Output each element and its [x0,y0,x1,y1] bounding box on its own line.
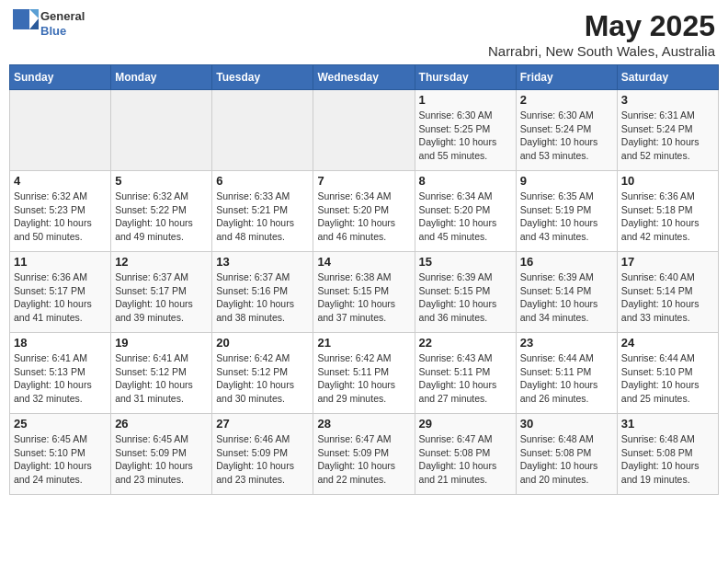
day-info: Sunrise: 6:39 AMSunset: 5:14 PMDaylight:… [520,270,613,325]
day-info: Sunrise: 6:46 AMSunset: 5:09 PMDaylight:… [216,432,309,487]
logo-line2: Blue [40,24,85,39]
calendar-cell: 11Sunrise: 6:36 AMSunset: 5:17 PMDayligh… [10,252,111,333]
calendar-cell: 28Sunrise: 6:47 AMSunset: 5:09 PMDayligh… [313,414,415,495]
weekday-header-sunday: Sunday [10,65,111,90]
day-number: 14 [317,255,410,269]
day-number: 19 [115,336,208,350]
day-number: 9 [520,174,613,188]
day-number: 18 [14,336,107,350]
day-info: Sunrise: 6:35 AMSunset: 5:19 PMDaylight:… [520,190,613,244]
day-info: Sunrise: 6:48 AMSunset: 5:08 PMDaylight:… [520,432,613,487]
day-number: 16 [520,255,613,269]
calendar-cell: 26Sunrise: 6:45 AMSunset: 5:09 PMDayligh… [111,414,212,495]
day-info: Sunrise: 6:45 AMSunset: 5:09 PMDaylight:… [115,432,208,487]
day-number: 7 [317,174,410,188]
calendar-cell: 13Sunrise: 6:37 AMSunset: 5:16 PMDayligh… [212,252,313,333]
calendar-cell: 6Sunrise: 6:33 AMSunset: 5:21 PMDaylight… [212,171,313,252]
day-info: Sunrise: 6:48 AMSunset: 5:08 PMDaylight:… [621,432,714,487]
calendar-subtitle: Narrabri, New South Wales, Australia [488,43,715,59]
day-info: Sunrise: 6:45 AMSunset: 5:10 PMDaylight:… [14,432,107,487]
calendar-cell: 4Sunrise: 6:32 AMSunset: 5:23 PMDaylight… [10,171,111,252]
day-number: 28 [317,417,410,431]
calendar-cell [212,90,313,171]
calendar-cell: 22Sunrise: 6:43 AMSunset: 5:11 PMDayligh… [415,333,516,414]
calendar-cell: 27Sunrise: 6:46 AMSunset: 5:09 PMDayligh… [212,414,313,495]
week-row-2: 4Sunrise: 6:32 AMSunset: 5:23 PMDaylight… [10,171,719,252]
logo-line1: General [40,9,85,24]
day-info: Sunrise: 6:32 AMSunset: 5:23 PMDaylight:… [14,190,107,244]
calendar-cell [111,90,212,171]
calendar-cell: 31Sunrise: 6:48 AMSunset: 5:08 PMDayligh… [617,414,718,495]
day-info: Sunrise: 6:44 AMSunset: 5:11 PMDaylight:… [520,351,613,406]
day-info: Sunrise: 6:47 AMSunset: 5:09 PMDaylight:… [317,432,410,487]
week-row-1: 1Sunrise: 6:30 AMSunset: 5:25 PMDaylight… [10,90,719,171]
calendar-cell: 2Sunrise: 6:30 AMSunset: 5:24 PMDaylight… [516,90,617,171]
day-number: 27 [216,417,309,431]
calendar-cell: 10Sunrise: 6:36 AMSunset: 5:18 PMDayligh… [617,171,718,252]
calendar-cell: 30Sunrise: 6:48 AMSunset: 5:08 PMDayligh… [516,414,617,495]
day-info: Sunrise: 6:34 AMSunset: 5:20 PMDaylight:… [419,190,512,244]
calendar-cell: 14Sunrise: 6:38 AMSunset: 5:15 PMDayligh… [313,252,415,333]
day-number: 4 [14,174,107,188]
day-number: 5 [115,174,208,188]
calendar-cell: 21Sunrise: 6:42 AMSunset: 5:11 PMDayligh… [313,333,415,414]
weekday-header-thursday: Thursday [415,65,516,90]
calendar-cell: 19Sunrise: 6:41 AMSunset: 5:12 PMDayligh… [111,333,212,414]
calendar-cell: 17Sunrise: 6:40 AMSunset: 5:14 PMDayligh… [617,252,718,333]
day-number: 10 [621,174,714,188]
svg-rect-0 [13,9,29,29]
calendar-cell: 1Sunrise: 6:30 AMSunset: 5:25 PMDaylight… [415,90,516,171]
logo: General Blue [13,9,85,39]
day-number: 15 [419,255,512,269]
page-header: General Blue May 2025 Narrabri, New Sout… [9,9,719,59]
weekday-header-tuesday: Tuesday [212,65,313,90]
day-number: 23 [520,336,613,350]
day-number: 21 [317,336,410,350]
day-info: Sunrise: 6:30 AMSunset: 5:24 PMDaylight:… [520,109,613,163]
day-number: 1 [419,93,512,107]
day-number: 30 [520,417,613,431]
day-info: Sunrise: 6:36 AMSunset: 5:17 PMDaylight:… [14,270,107,325]
calendar-cell: 12Sunrise: 6:37 AMSunset: 5:17 PMDayligh… [111,252,212,333]
weekday-header-saturday: Saturday [617,65,718,90]
day-info: Sunrise: 6:31 AMSunset: 5:24 PMDaylight:… [621,109,714,163]
day-info: Sunrise: 6:39 AMSunset: 5:15 PMDaylight:… [419,270,512,325]
day-info: Sunrise: 6:30 AMSunset: 5:25 PMDaylight:… [419,109,512,163]
svg-marker-1 [29,9,39,18]
weekday-header-friday: Friday [516,65,617,90]
day-info: Sunrise: 6:32 AMSunset: 5:22 PMDaylight:… [115,190,208,244]
day-number: 26 [115,417,208,431]
day-number: 24 [621,336,714,350]
day-number: 6 [216,174,309,188]
weekday-header-wednesday: Wednesday [313,65,415,90]
calendar-cell: 7Sunrise: 6:34 AMSunset: 5:20 PMDaylight… [313,171,415,252]
day-info: Sunrise: 6:33 AMSunset: 5:21 PMDaylight:… [216,190,309,244]
calendar-cell: 24Sunrise: 6:44 AMSunset: 5:10 PMDayligh… [617,333,718,414]
calendar-cell: 15Sunrise: 6:39 AMSunset: 5:15 PMDayligh… [415,252,516,333]
calendar-table: SundayMondayTuesdayWednesdayThursdayFrid… [9,64,719,495]
day-info: Sunrise: 6:44 AMSunset: 5:10 PMDaylight:… [621,351,714,406]
calendar-cell: 9Sunrise: 6:35 AMSunset: 5:19 PMDaylight… [516,171,617,252]
calendar-cell: 25Sunrise: 6:45 AMSunset: 5:10 PMDayligh… [10,414,111,495]
calendar-cell: 18Sunrise: 6:41 AMSunset: 5:13 PMDayligh… [10,333,111,414]
calendar-cell: 3Sunrise: 6:31 AMSunset: 5:24 PMDaylight… [617,90,718,171]
calendar-cell: 5Sunrise: 6:32 AMSunset: 5:22 PMDaylight… [111,171,212,252]
title-block: May 2025 Narrabri, New South Wales, Aust… [488,9,715,59]
day-info: Sunrise: 6:42 AMSunset: 5:12 PMDaylight:… [216,351,309,406]
day-info: Sunrise: 6:42 AMSunset: 5:11 PMDaylight:… [317,351,410,406]
calendar-cell [10,90,111,171]
day-number: 11 [14,255,107,269]
calendar-cell: 20Sunrise: 6:42 AMSunset: 5:12 PMDayligh… [212,333,313,414]
day-info: Sunrise: 6:38 AMSunset: 5:15 PMDaylight:… [317,270,410,325]
week-row-5: 25Sunrise: 6:45 AMSunset: 5:10 PMDayligh… [10,414,719,495]
day-info: Sunrise: 6:37 AMSunset: 5:17 PMDaylight:… [115,270,208,325]
logo-text: General Blue [40,9,85,38]
day-number: 2 [520,93,613,107]
day-number: 29 [419,417,512,431]
calendar-body: 1Sunrise: 6:30 AMSunset: 5:25 PMDaylight… [10,90,719,495]
week-row-3: 11Sunrise: 6:36 AMSunset: 5:17 PMDayligh… [10,252,719,333]
day-info: Sunrise: 6:41 AMSunset: 5:13 PMDaylight:… [14,351,107,406]
calendar-cell: 16Sunrise: 6:39 AMSunset: 5:14 PMDayligh… [516,252,617,333]
weekday-header-monday: Monday [111,65,212,90]
day-number: 25 [14,417,107,431]
